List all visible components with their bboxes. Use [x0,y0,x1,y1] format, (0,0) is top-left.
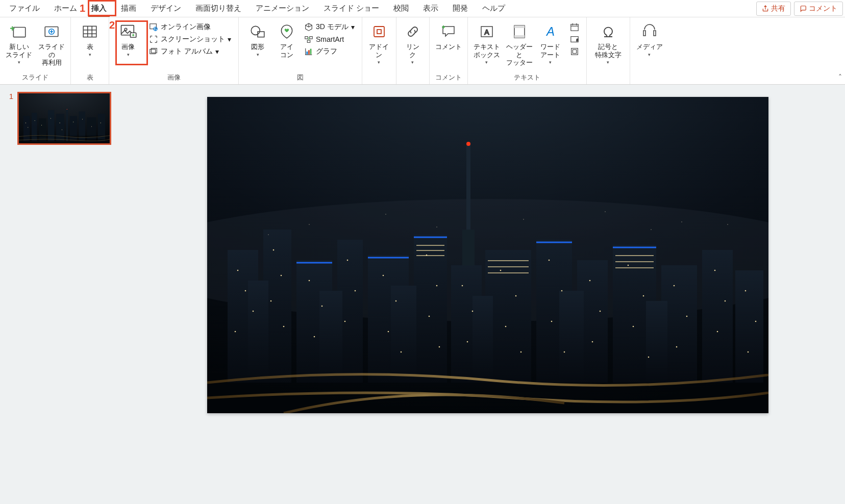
table-icon [81,22,99,41]
svg-point-141 [605,211,606,212]
svg-rect-78 [559,291,584,383]
svg-rect-41 [87,117,96,141]
svg-point-112 [564,351,565,353]
online-images-button[interactable]: オンライン画像 [147,21,233,33]
symbols-button[interactable]: 記号と 特殊文字 ▾ [590,20,627,67]
svg-point-142 [681,221,682,222]
object-button[interactable] [568,46,581,57]
smartart-label: SmartArt [316,35,344,43]
addin-icon [370,22,388,41]
group-illustrations: 図形 ▾ アイ コン 3D モデル ▾ SmartArt [239,17,362,84]
tab-draw[interactable]: 描画 [114,1,143,16]
svg-point-11 [251,26,260,35]
image-label: 画像 [121,43,135,51]
slide-thumbnail-1[interactable] [17,92,111,145]
icons-label: アイ コン [280,43,293,59]
group-text-label: テキスト [471,71,583,84]
slide-canvas[interactable] [207,97,768,413]
svg-point-91 [347,260,349,261]
shapes-button[interactable]: 図形 ▾ [242,20,274,59]
svg-point-51 [82,119,83,119]
new-slide-button[interactable]: 新しい スライド ▾ [3,20,35,67]
comment-icon [800,5,807,12]
workspace: 1 [0,85,845,504]
svg-rect-12 [258,32,264,37]
wordart-button[interactable]: A ワード アート ▾ [536,20,565,67]
tab-animation[interactable]: アニメーション [248,1,316,16]
svg-rect-65 [414,235,447,383]
online-images-label: オンライン画像 [161,22,211,32]
svg-rect-136 [615,261,654,262]
svg-rect-77 [473,296,493,383]
tab-design[interactable]: デザイン [143,1,188,16]
addin-button[interactable]: アドイ ン ▾ [365,20,393,67]
group-text: A テキスト ボックス ▾ ヘッダーと フッター A ワード アート ▾ # テ… [468,17,587,84]
svg-point-123 [714,270,716,271]
svg-rect-34 [32,113,37,141]
icons-button[interactable]: アイ コン [275,20,299,61]
svg-point-103 [472,311,474,312]
new-comment-button[interactable]: コメント [433,20,464,53]
group-symbols: 記号と 特殊文字 ▾ [587,17,630,84]
slide-number-button[interactable]: # [568,34,581,45]
link-button[interactable]: リン ク ▾ [400,20,426,67]
group-addin: アドイ ン ▾ [362,17,396,84]
chart-button[interactable]: グラフ [302,46,357,57]
tab-file[interactable]: ファイル [2,1,47,16]
svg-rect-18 [310,49,312,55]
svg-point-105 [500,270,502,271]
group-illustrations-label: 図 [242,71,359,84]
svg-rect-79 [646,301,667,383]
svg-point-85 [281,275,282,276]
svg-point-54 [67,109,67,109]
table-label: 表 [87,43,93,51]
symbols-label: 記号と 特殊文字 [595,43,622,59]
reuse-slide-button[interactable]: スライドの 再利用 [36,20,67,69]
svg-point-118 [633,326,634,327]
svg-point-44 [28,127,28,128]
3d-model-button[interactable]: 3D モデル ▾ [302,21,357,33]
svg-text:A: A [545,24,555,38]
addin-label: アドイ ン [369,43,389,59]
media-button[interactable]: メディア ▾ [633,20,666,59]
tab-slideshow[interactable]: スライド ショー [316,1,386,16]
tab-transition[interactable]: 画面切り替え [188,1,248,16]
collapse-ribbon-button[interactable]: ˄ [838,73,842,81]
svg-point-80 [237,270,239,271]
svg-point-45 [35,120,35,121]
tab-help[interactable]: ヘルプ [475,1,512,16]
comment-label: コメント [809,4,837,13]
group-images: 画像 ▾ オンライン画像 スクリーンショット ▾ フォト アルバム ▾ [109,17,239,84]
svg-rect-0 [13,28,25,37]
svg-point-113 [589,280,591,282]
image-button[interactable]: 画像 ▾ [112,20,144,59]
date-time-button[interactable] [568,21,581,33]
tab-developer[interactable]: 開発 [445,1,475,16]
svg-point-110 [561,290,563,292]
svg-point-107 [505,326,507,327]
share-label: 共有 [771,4,785,13]
tab-home[interactable]: ホーム [47,1,84,16]
table-button[interactable]: 表 ▾ [74,20,106,59]
share-button[interactable]: 共有 [756,2,791,16]
svg-point-81 [245,290,246,292]
svg-point-104 [467,341,468,343]
photo-album-button[interactable]: フォト アルバム ▾ [147,46,233,57]
tab-insert[interactable]: 挿入 [84,1,114,16]
tab-review[interactable]: 校閲 [386,1,416,16]
city-night-image [207,97,768,413]
screenshot-button[interactable]: スクリーンショット ▾ [147,34,233,45]
photo-album-label: フォト アルバム [161,47,213,56]
thumbnail-panel: 1 [0,85,131,504]
svg-rect-72 [702,250,733,383]
textbox-label: テキスト ボックス [474,43,500,59]
tab-view[interactable]: 表示 [416,1,445,16]
city-thumbnail-image [19,93,110,143]
comment-button[interactable]: コメント [794,2,843,16]
header-footer-button[interactable]: ヘッダーと フッター [504,20,535,69]
smartart-button[interactable]: SmartArt [302,34,357,45]
group-tables: 表 ▾ 表 [71,17,109,84]
svg-rect-130 [416,250,444,251]
textbox-button[interactable]: A テキスト ボックス ▾ [471,20,503,67]
smartart-icon [304,35,313,44]
